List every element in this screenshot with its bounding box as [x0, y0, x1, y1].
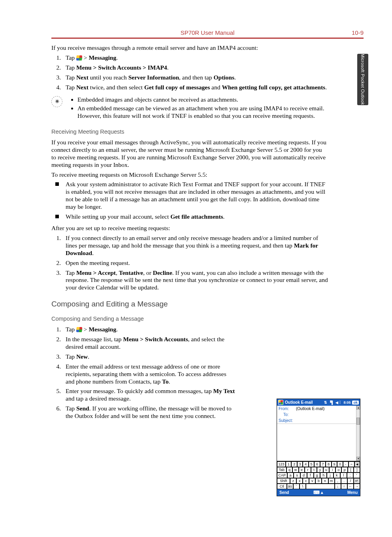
key[interactable]: ,: [335, 478, 341, 484]
key[interactable]: =: [349, 461, 354, 467]
recv-step-2: Open the meeting request.: [62, 259, 328, 267]
key[interactable]: 7: [320, 461, 326, 467]
scroll-thumb[interactable]: [356, 418, 360, 425]
side-tab-label: Microsoft Pocket Outlook: [360, 54, 365, 105]
key[interactable]: ]: [354, 467, 360, 473]
key[interactable]: s: [294, 473, 300, 478]
key[interactable]: 1: [286, 461, 291, 467]
key[interactable]: q: [286, 467, 293, 473]
subject-row[interactable]: Subject:: [277, 418, 360, 424]
input-panel-button[interactable]: ⌨ ▴: [313, 490, 323, 495]
device-screenshot: Outlook E-mail ⇅ ▝▌ ◀⋮ 8:05 ok From: (Ou…: [277, 399, 360, 496]
recv-steps-list: If you connect directly to an email serv…: [51, 234, 328, 291]
key[interactable]: z: [290, 478, 296, 484]
device-bottom-bar: Send ⌨ ▴ Menu: [277, 489, 360, 496]
from-label: From:: [279, 407, 296, 411]
manual-page: SP70R User Manual 10-9 Microsoft Pocket …: [0, 0, 392, 537]
key[interactable]: w: [292, 467, 299, 473]
device-title-bar[interactable]: Outlook E-mail ⇅ ▝▌ ◀⋮ 8:05 ok: [277, 399, 360, 406]
key[interactable]: 6: [314, 461, 320, 467]
page-content: If you receive messages through a remote…: [51, 44, 328, 420]
recv-bullet: While setting up your mail account, sele…: [51, 213, 328, 221]
send-button[interactable]: Send: [279, 490, 289, 495]
key[interactable]: a: [287, 473, 294, 478]
compose-area: From: (Outlook E-mail) To: Subject: ▴ ▾: [277, 406, 360, 461]
signal-icon[interactable]: ▝▌: [329, 401, 334, 405]
key[interactable]: g: [314, 473, 320, 478]
subject-label: Subject:: [279, 418, 293, 423]
key[interactable]: o: [335, 467, 342, 473]
key[interactable]: v: [309, 478, 315, 484]
key[interactable]: p: [341, 467, 348, 473]
recv-step-1: If you connect directly to an email serv…: [62, 234, 328, 257]
imap-step-3: Tap Next until you reach Server Informat…: [62, 74, 328, 81]
key[interactable]: ;: [347, 473, 354, 478]
menu-button[interactable]: Menu: [347, 490, 358, 495]
key[interactable]: 2: [291, 461, 297, 467]
key[interactable]: [: [348, 467, 354, 473]
recv-paragraph-2: To receive meeting requests on Microsoft…: [51, 171, 328, 179]
scroll-up-button[interactable]: ▴: [356, 406, 360, 410]
compose-step-3: Tap New.: [62, 353, 235, 361]
tab-key[interactable]: Tab: [277, 467, 286, 473]
scroll-down-button[interactable]: ▾: [356, 457, 360, 461]
key-123[interactable]: 123: [277, 461, 286, 467]
key[interactable]: c: [303, 478, 309, 484]
to-row[interactable]: To:: [277, 412, 360, 418]
space-key[interactable]: [306, 484, 335, 489]
key[interactable]: 5: [309, 461, 314, 467]
key[interactable]: \: [300, 484, 306, 489]
key[interactable]: y: [317, 467, 323, 473]
tip-block: ✷ Embedded images and objects cannot be …: [51, 96, 328, 122]
key[interactable]: 3: [297, 461, 303, 467]
key[interactable]: ': [353, 473, 360, 478]
key[interactable]: 8: [326, 461, 331, 467]
key[interactable]: `: [293, 484, 300, 489]
tip-item: Embedded images and objects cannot be re…: [77, 96, 328, 104]
backspace-key[interactable]: ◄: [354, 461, 360, 467]
key[interactable]: .: [341, 478, 347, 484]
arrow-down-key[interactable]: ↓: [335, 484, 341, 489]
to-label: To:: [279, 412, 296, 417]
key[interactable]: t: [311, 467, 317, 473]
shift-key[interactable]: Shift: [277, 478, 290, 484]
from-value: (Outlook E-mail): [296, 407, 324, 411]
key[interactable]: 9: [332, 461, 337, 467]
arrow-left-key[interactable]: ←: [347, 484, 354, 489]
key[interactable]: f: [307, 473, 314, 478]
subheading-composing-sending: Composing and Sending a Message: [51, 316, 328, 323]
caps-key[interactable]: CAP: [277, 473, 287, 478]
arrow-up-key[interactable]: ↑: [341, 484, 347, 489]
key[interactable]: b: [315, 478, 322, 484]
volume-icon[interactable]: ◀⋮: [335, 401, 342, 405]
key[interactable]: i: [329, 467, 335, 473]
sync-icon[interactable]: ⇅: [324, 401, 327, 405]
ctl-key[interactable]: Ctl: [277, 484, 287, 489]
enter-key[interactable]: ↵: [354, 478, 360, 484]
key[interactable]: m: [328, 478, 335, 484]
compose-step-4: Enter the email address or text message …: [62, 363, 235, 386]
key[interactable]: 0: [337, 461, 343, 467]
key[interactable]: x: [296, 478, 303, 484]
intro-imap: If you receive messages through a remote…: [51, 44, 328, 52]
key[interactable]: h: [320, 473, 327, 478]
key[interactable]: u: [323, 467, 330, 473]
imap-step-4: Tap Next twice, and then select Get full…: [62, 84, 328, 91]
key[interactable]: e: [299, 467, 305, 473]
key[interactable]: /: [347, 478, 354, 484]
start-icon[interactable]: [278, 400, 283, 405]
key[interactable]: r: [305, 467, 311, 473]
key[interactable]: n: [322, 478, 328, 484]
key[interactable]: 4: [303, 461, 308, 467]
key-row-5: Ctl áü ` \ ↓ ↑ ← →: [277, 484, 360, 489]
vertical-scrollbar[interactable]: ▴ ▾: [356, 406, 360, 461]
key[interactable]: d: [300, 473, 307, 478]
ok-button[interactable]: ok: [352, 401, 359, 405]
on-screen-keyboard[interactable]: 123 1 2 3 4 5 6 7 8 9 0 - = ◄ Tab: [277, 461, 360, 489]
key[interactable]: j: [327, 473, 334, 478]
key[interactable]: -: [343, 461, 349, 467]
key[interactable]: l: [340, 473, 347, 478]
arrow-right-key[interactable]: →: [354, 484, 360, 489]
key[interactable]: k: [334, 473, 340, 478]
accent-key[interactable]: áü: [287, 484, 293, 489]
